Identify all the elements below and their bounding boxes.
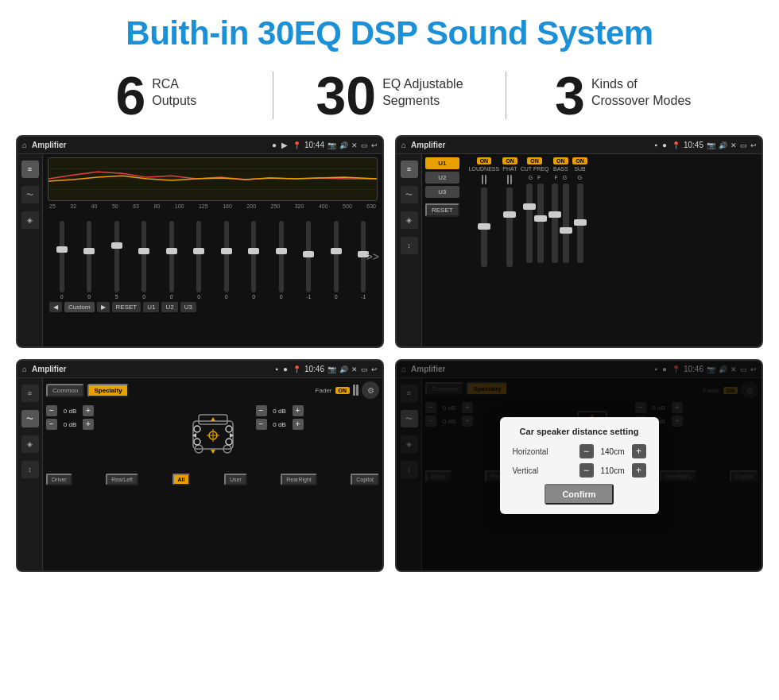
fader-label: Fader [316,387,332,394]
amp-phat: ON PHAT [502,157,517,269]
amp-loudness: ON LOUDNESS [469,157,500,269]
vertical-value: 110cm [597,466,629,475]
screens-grid: ⌂ Amplifier ● ▶ 📍 10:44 📷 🔊 ✕ ▭ ↩ ≡ 〜 ◈ [0,132,779,580]
stat-eq-number: 30 [316,68,376,122]
eq-reset-btn[interactable]: RESET [112,302,141,312]
fader-left-bot-val: 0 dB [59,421,81,428]
fader-copilot-btn[interactable]: Copilot [351,474,379,485]
stat-crossover-text: Kinds of Crossover Modes [591,68,691,110]
amp-bass-on[interactable]: ON [553,157,568,164]
horizontal-label: Horizontal [513,447,560,456]
fader-tab-specialty[interactable]: Specialty [87,384,128,397]
back-icon: ↩ [371,141,378,149]
page-title: Buith-in 30EQ DSP Sound System [0,0,779,60]
wave-icon[interactable]: 〜 [21,186,39,203]
fader-tab-common[interactable]: Common [46,384,84,397]
fader-left-bot-plus[interactable]: + [83,419,94,430]
horizontal-plus-btn[interactable]: + [632,444,646,458]
amp-speaker-icon[interactable]: ◈ [401,211,418,229]
amp-title: Amplifier [411,141,649,149]
fader-right-top-plus[interactable]: + [293,405,304,416]
amp-square-icon: ▪ [654,141,657,149]
amp-cutfreq: ON CUT FREQ G F [521,157,549,265]
eq-icon[interactable]: ≡ [21,160,39,178]
horizontal-minus-btn[interactable]: − [579,444,594,458]
svg-point-8 [226,426,232,432]
fader-driver-btn[interactable]: Driver [46,474,72,485]
fader-user-btn[interactable]: User [224,474,247,485]
amp-dot-icon: ● [662,141,667,149]
amp-eq-icon[interactable]: ≡ [401,160,418,178]
eq-custom-btn[interactable]: Custom [64,302,95,312]
eq-prev-btn[interactable]: ◀ [49,302,62,312]
fader-left-top-plus[interactable]: + [83,405,94,416]
amp-loudness-on[interactable]: ON [477,157,492,164]
fader-right-bot-minus[interactable]: − [256,419,267,430]
eq-slider-3: 5 [104,221,130,300]
fader-left-top-val: 0 dB [59,408,81,415]
eq-time: 10:44 [304,141,324,149]
fader-screen: ⌂ Amplifier ▪ ● 📍 10:46 📷🔊✕▭↩ ≡ 〜 ◈ ↕ Co… [16,359,384,572]
play-icon: ▶ [281,141,288,149]
amp-sidebar: ≡ 〜 ◈ ↕ [397,154,422,346]
fader-left-top: − 0 dB + [46,405,170,416]
fader-settings-icon[interactable]: ⚙ [362,381,379,399]
fader-all-btn[interactable]: All [172,474,191,485]
stat-divider-2 [506,72,506,119]
eq-topbar: ⌂ Amplifier ● ▶ 📍 10:44 📷 🔊 ✕ ▭ ↩ [17,137,382,154]
eq-u3-btn[interactable]: U3 [180,302,196,312]
fader-left-bot-minus[interactable]: − [46,419,57,430]
fader-speaker-icon[interactable]: ◈ [21,435,39,453]
fader-topbar: ⌂ Amplifier ▪ ● 📍 10:46 📷🔊✕▭↩ [17,361,382,378]
fader-on-badge[interactable]: ON [335,387,351,394]
amp-wave-icon[interactable]: 〜 [401,186,418,203]
fader-right-bot-plus[interactable]: + [293,419,304,430]
eq-u1-btn[interactable]: U1 [143,302,159,312]
amp-presets: U1 U2 U3 RESET [425,157,459,343]
fader-right-top-minus[interactable]: − [256,405,267,416]
amp-arrows-icon[interactable]: ↕ [401,237,418,254]
fader-eq-icon[interactable]: ≡ [21,385,39,402]
speaker-icon[interactable]: ◈ [21,211,39,229]
camera-icon: 📷 [327,141,336,149]
stat-rca-text: RCA Outputs [152,68,196,110]
amp-home-icon: ⌂ [401,141,406,149]
vertical-plus-btn[interactable]: + [632,463,646,478]
fader-home-icon: ⌂ [22,365,27,373]
stats-row: 6 RCA Outputs 30 EQ Adjustable Segments … [0,60,779,132]
eq-next-btn[interactable]: ▶ [97,302,110,312]
eq-slider-8: 0 [242,221,267,300]
x-icon: ✕ [351,141,358,149]
fader-left-top-minus[interactable]: − [46,405,57,416]
vertical-minus-btn[interactable]: − [579,463,594,478]
fader-rearright-btn[interactable]: RearRight [281,474,317,485]
rect-icon: ▭ [361,141,368,149]
car-diagram [181,405,245,469]
eq-freq-labels: 2532405063 80100125160200 25032040050063… [48,203,378,209]
home-icon: ⌂ [22,141,27,149]
dialog-horizontal-row: Horizontal − 140cm + [513,444,646,458]
fader-arrows-icon[interactable]: ↕ [21,461,39,478]
fader-content: ≡ 〜 ◈ ↕ Common Specialty Fader ON [17,378,382,570]
eq-screen: ⌂ Amplifier ● ▶ 📍 10:44 📷 🔊 ✕ ▭ ↩ ≡ 〜 ◈ [16,135,384,348]
amp-phat-on[interactable]: ON [502,157,517,164]
fader-wave-icon[interactable]: 〜 [21,410,39,427]
fader-title: Amplifier [32,365,270,373]
dialog-heading: Car speaker distance setting [513,427,646,436]
stat-rca-number: 6 [115,68,145,122]
amp-cutfreq-on[interactable]: ON [527,157,542,164]
stat-eq-text: EQ Adjustable Segments [382,68,463,110]
amp-sub-on[interactable]: ON [572,157,587,164]
amp-reset-btn[interactable]: RESET [425,203,459,217]
confirm-button[interactable]: Confirm [545,484,613,505]
fader-rearleft-btn[interactable]: RearLeft [106,474,138,485]
svg-point-10 [226,439,232,445]
eq-u2-btn[interactable]: U2 [161,302,177,312]
eq-slider-5: 0 [159,221,184,300]
eq-sliders: 0 0 5 0 0 [48,212,378,300]
amp-u1-preset[interactable]: U1 [425,157,459,169]
fader-right-top-val: 0 dB [269,408,291,415]
amp-u3-preset[interactable]: U3 [425,186,459,198]
eq-arrow-right[interactable]: >> [366,250,379,263]
amp-u2-preset[interactable]: U2 [425,172,459,184]
